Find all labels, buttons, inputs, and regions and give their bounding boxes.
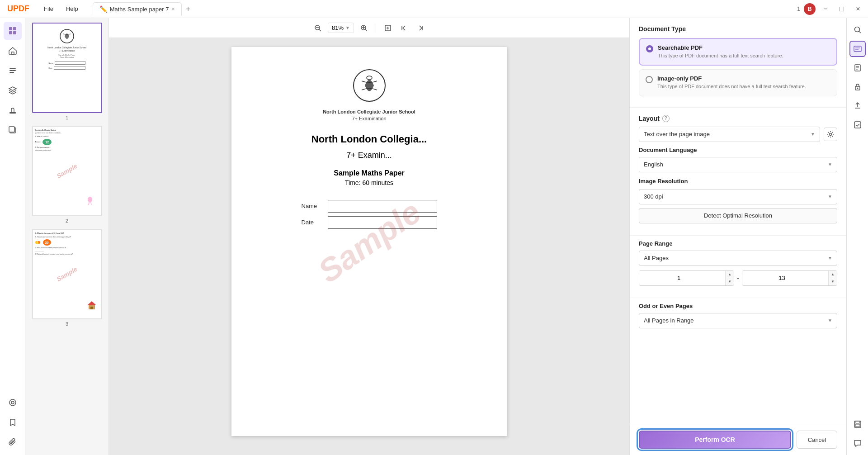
pdf-name-box[interactable] (328, 200, 437, 213)
menu-help[interactable]: Help (61, 4, 84, 14)
tab-current-doc[interactable]: ✏️ Maths Sample paper 7 × (93, 2, 182, 15)
svg-rect-4 (11, 52, 14, 54)
resolution-selected-value: 300 dpi (644, 193, 663, 200)
resolution-dropdown[interactable]: 300 dpi ▼ (639, 189, 837, 204)
range-separator: - (737, 275, 739, 282)
next-page-button[interactable] (414, 22, 427, 34)
range-from-value[interactable] (639, 271, 725, 285)
sidebar-tool-home[interactable] (4, 42, 22, 60)
thumbnail-panel: North London Collegiate Junior School7+ … (25, 18, 109, 455)
range-to-down[interactable]: ▼ (829, 278, 837, 285)
layout-dropdown[interactable]: Text over the page image ▼ (639, 127, 820, 142)
range-from-input[interactable]: ▲ ▼ (639, 270, 734, 286)
layout-settings-button[interactable] (824, 128, 837, 141)
zoom-out-icon (314, 24, 321, 32)
user-avatar[interactable]: B (804, 3, 816, 15)
zoom-in-icon (360, 24, 368, 32)
far-right-ocr-button[interactable] (849, 41, 866, 57)
sidebar-tool-list[interactable] (4, 62, 22, 80)
zoom-level-display[interactable]: 81% ▼ (328, 23, 354, 33)
pdf-name-label: Name (302, 203, 324, 209)
far-right-extract-button[interactable] (849, 60, 866, 76)
range-to-spinner[interactable]: ▲ ▼ (828, 271, 837, 285)
layout-title: Layout (639, 115, 660, 122)
layout-help-icon[interactable]: ? (662, 115, 670, 122)
range-from-up[interactable]: ▲ (726, 271, 734, 278)
cancel-label: Cancel (808, 436, 826, 443)
menu-file[interactable]: File (38, 4, 59, 14)
range-to-value[interactable] (742, 271, 828, 285)
range-to-up[interactable]: ▲ (829, 271, 837, 278)
pdf-date-box[interactable] (328, 216, 437, 229)
tab-close-button[interactable]: × (172, 6, 175, 12)
sidebar-tool-layers2[interactable] (4, 393, 22, 412)
tab-bar: ✏️ Maths Sample paper 7 × + (93, 2, 194, 15)
far-chat-icon (854, 439, 862, 447)
sidebar-tool-paperclip[interactable] (4, 433, 22, 451)
minimize-button[interactable]: − (819, 3, 832, 15)
thumb-image-2: Section A: Mental Maths Questions will b… (32, 126, 102, 216)
range-from-down[interactable]: ▼ (726, 278, 734, 285)
settings-icon (827, 131, 834, 138)
far-right-check-button[interactable] (849, 117, 866, 133)
sidebar-tool-stamp[interactable] (4, 101, 22, 119)
image-only-pdf-option[interactable]: Image-only PDF This type of PDF document… (639, 69, 837, 96)
searchable-radio[interactable] (646, 45, 653, 52)
paperclip-icon (8, 438, 17, 447)
menu-bar: File Help (38, 4, 84, 14)
thumbnail-page-1[interactable]: North London Collegiate Junior School7+ … (29, 23, 105, 120)
toolbar-separator (376, 24, 376, 33)
layout-header: Layout ? (639, 115, 837, 122)
thumbnail-page-2[interactable]: Section A: Mental Maths Questions will b… (29, 126, 105, 223)
cancel-button[interactable]: Cancel (797, 431, 837, 449)
far-right-upload-button[interactable] (849, 98, 866, 114)
sidebar-tool-layers[interactable] (4, 81, 22, 100)
image-only-pdf-desc: This type of PDF document does not have … (657, 83, 830, 90)
ocr-bottom-buttons: Perform OCR Cancel (630, 424, 846, 455)
svg-rect-5 (9, 68, 16, 69)
tab-label: Maths Sample paper 7 (110, 6, 169, 13)
pdf-sub-heading: 7+ Examin... (346, 151, 392, 160)
maximize-button[interactable]: □ (835, 3, 848, 15)
searchable-pdf-desc: This type of PDF document has a full tex… (658, 52, 830, 59)
image-only-radio[interactable] (646, 76, 653, 83)
far-save-icon (854, 420, 862, 428)
close-button[interactable]: × (852, 3, 864, 15)
far-right-chat-button[interactable] (849, 435, 866, 451)
layers-icon (8, 86, 17, 95)
thumb-num-2: 2 (66, 218, 68, 223)
fit-page-button[interactable] (382, 22, 394, 34)
far-check-icon (854, 121, 862, 129)
far-right-search-button[interactable] (849, 22, 866, 38)
thumbnail-page-3[interactable]: 3. What is the sum of 9, 6 and 11? 4. Ho… (29, 229, 105, 327)
far-right-lock-button[interactable] (849, 79, 866, 95)
svg-rect-1 (13, 27, 16, 30)
perform-ocr-button[interactable]: Perform OCR (639, 431, 791, 449)
svg-rect-7 (9, 72, 14, 73)
language-dropdown[interactable]: English ▼ (639, 157, 837, 172)
odd-even-dropdown[interactable]: All Pages in Range ▼ (639, 313, 837, 328)
sidebar-tool-grid[interactable] (4, 22, 22, 40)
thumb-image-1: North London Collegiate Junior School7+ … (32, 23, 102, 113)
page-range-dropdown[interactable]: All Pages ▼ (639, 251, 837, 266)
far-right-save-button[interactable] (849, 416, 866, 432)
prev-page-button[interactable] (398, 22, 410, 34)
thumb-logo-1 (58, 27, 76, 45)
fit-page-icon (384, 24, 392, 32)
sidebar-tool-bookmark[interactable] (4, 413, 22, 431)
zoom-in-button[interactable] (358, 22, 370, 34)
range-to-input[interactable]: ▲ ▼ (742, 270, 837, 286)
page-range-section: Page Range All Pages ▼ ▲ ▼ - (630, 240, 846, 298)
searchable-pdf-option[interactable]: Searchable PDF This type of PDF document… (639, 38, 837, 66)
svg-rect-49 (854, 122, 861, 128)
svg-rect-52 (855, 424, 860, 427)
language-selected-value: English (644, 161, 663, 168)
range-from-spinner[interactable]: ▲ ▼ (725, 271, 734, 285)
detect-resolution-button[interactable]: Detect Optimal Resolution (639, 208, 837, 223)
zoom-out-button[interactable] (311, 22, 324, 34)
svg-rect-0 (9, 27, 12, 30)
new-tab-button[interactable]: + (183, 3, 194, 15)
sidebar-tool-stack[interactable] (4, 121, 22, 139)
svg-rect-40 (854, 46, 861, 52)
titlebar: UPDF File Help ✏️ Maths Sample paper 7 ×… (0, 0, 868, 18)
